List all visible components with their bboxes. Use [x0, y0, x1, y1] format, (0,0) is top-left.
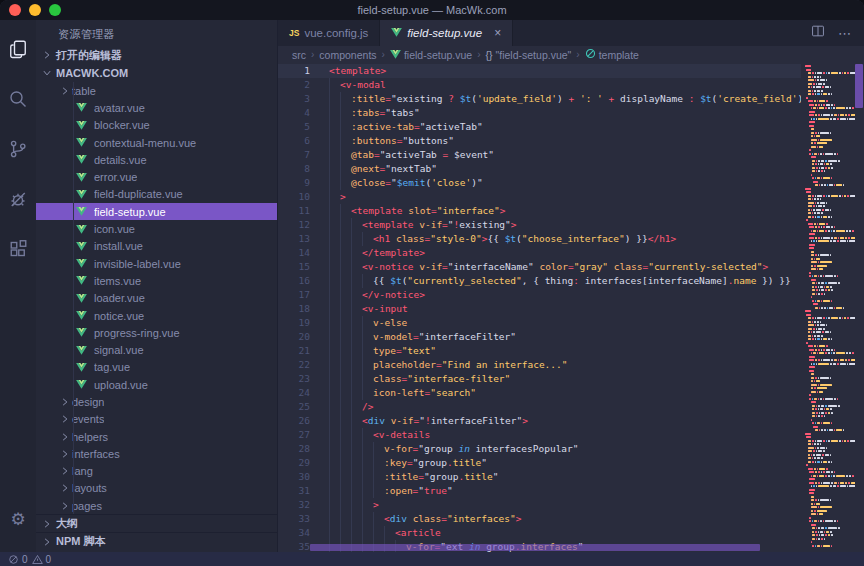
code-line-30[interactable]: 30:title="group.title"	[278, 470, 801, 484]
close-window-button[interactable]	[9, 4, 21, 16]
tree-item-upload.vue[interactable]: upload.vue	[36, 376, 277, 393]
code-line-32[interactable]: 32>	[278, 498, 801, 512]
code-line-25[interactable]: 25/>	[278, 400, 801, 414]
tree-item-tag.vue[interactable]: tag.vue	[36, 359, 277, 376]
code-line-11[interactable]: 11<template slot="interface">	[278, 204, 801, 218]
tree-item-table[interactable]: table	[36, 82, 277, 99]
vertical-scrollbar[interactable]	[855, 63, 864, 552]
file-name: tag.vue	[94, 361, 130, 373]
editor-tab-field-setup-vue[interactable]: field-setup.vue×	[380, 20, 513, 46]
code-line-19[interactable]: 19v-else	[278, 316, 801, 330]
tree-item-contextual-menu.vue[interactable]: contextual-menu.vue	[36, 134, 277, 151]
tree-item-notice.vue[interactable]: notice.vue	[36, 307, 277, 324]
chevron-right-icon	[58, 395, 72, 409]
code-line-3[interactable]: 3:title="existing ? $t('update_field') +…	[278, 92, 801, 106]
activity-item-explorer[interactable]	[0, 26, 36, 76]
code-line-1[interactable]: 1<template>	[278, 64, 801, 78]
workspace-root-section[interactable]: MACWK.COM	[36, 64, 277, 82]
code-line-6[interactable]: 6:buttons="buttons"	[278, 134, 801, 148]
code-line-24[interactable]: 24icon-left="search"	[278, 386, 801, 400]
code-line-20[interactable]: 20v-model="interfaceFilter"	[278, 330, 801, 344]
tree-item-layouts[interactable]: layouts	[36, 480, 277, 497]
minimize-window-button[interactable]	[29, 4, 41, 16]
code-line-2[interactable]: 2<v-modal	[278, 78, 801, 92]
code-line-34[interactable]: 34<article	[278, 526, 801, 540]
tree-item-error.vue[interactable]: error.vue	[36, 168, 277, 185]
code-line-12[interactable]: 12<template v-if="!existing">	[278, 218, 801, 232]
tree-item-events[interactable]: events	[36, 411, 277, 428]
chevron-right-icon	[58, 464, 72, 478]
tree-item-loader.vue[interactable]: loader.vue	[36, 290, 277, 307]
code-line-33[interactable]: 33<div class="interfaces">	[278, 512, 801, 526]
warning-status[interactable]: 0	[32, 554, 52, 565]
code-line-27[interactable]: 27<v-details	[278, 428, 801, 442]
code-line-7[interactable]: 7@tab="activeTab = $event"	[278, 148, 801, 162]
error-status[interactable]: 0	[8, 554, 28, 565]
code-line-28[interactable]: 28v-for="group in interfacesPopular"	[278, 442, 801, 456]
problems-status[interactable]: 0 0	[8, 554, 51, 565]
tree-item-install.vue[interactable]: install.vue	[36, 238, 277, 255]
code-line-22[interactable]: 22placeholder="Find an interface..."	[278, 358, 801, 372]
breadcrumb-item[interactable]: template	[585, 48, 639, 61]
outline-section[interactable]: 大纲	[36, 514, 277, 532]
breadcrumb-item[interactable]: components	[319, 49, 376, 61]
tree-item-design[interactable]: design	[36, 393, 277, 410]
split-editor-button[interactable]	[811, 24, 825, 42]
tree-item-field-setup.vue[interactable]: field-setup.vue	[36, 203, 277, 220]
code-line-23[interactable]: 23class="interface-filter"	[278, 372, 801, 386]
code-line-13[interactable]: 13<h1 class="style-0">{{ $t("choose_inte…	[278, 232, 801, 246]
tree-item-blocker.vue[interactable]: blocker.vue	[36, 117, 277, 134]
activity-item-extensions[interactable]	[0, 226, 36, 276]
line-number: 32	[278, 498, 329, 512]
code-line-17[interactable]: 17</v-notice>	[278, 288, 801, 302]
breadcrumb-item[interactable]: src	[292, 49, 306, 61]
npm-scripts-section[interactable]: NPM 脚本	[36, 532, 277, 550]
zoom-window-button[interactable]	[49, 4, 61, 16]
tree-item-avatar.vue[interactable]: avatar.vue	[36, 99, 277, 116]
activity-item-source-control[interactable]	[0, 126, 36, 176]
minimap[interactable]	[801, 63, 855, 552]
code-line-5[interactable]: 5:active-tab="activeTab"	[278, 120, 801, 134]
activity-item-debug[interactable]	[0, 176, 36, 226]
code-line-26[interactable]: 26<div v-if="!interfaceFilter">	[278, 414, 801, 428]
tree-item-progress-ring.vue[interactable]: progress-ring.vue	[36, 324, 277, 341]
code-line-29[interactable]: 29:key="group.title"	[278, 456, 801, 470]
close-tab-icon[interactable]: ×	[494, 26, 501, 40]
code-line-9[interactable]: 9@close="$emit('close')"	[278, 176, 801, 190]
chevron-right-icon	[58, 481, 72, 495]
tree-item-items.vue[interactable]: items.vue	[36, 272, 277, 289]
code-line-31[interactable]: 31:open="true"	[278, 484, 801, 498]
more-actions-button[interactable]: ⋯	[838, 26, 852, 41]
code-line-21[interactable]: 21type="text"	[278, 344, 801, 358]
code-line-8[interactable]: 8@next="nextTab"	[278, 162, 801, 176]
open-editors-section[interactable]: 打开的编辑器	[36, 46, 277, 64]
tree-item-pages[interactable]: pages	[36, 497, 277, 514]
code-line-18[interactable]: 18<v-input	[278, 302, 801, 316]
code-line-16[interactable]: 16{{ $t("currently_selected", { thing: i…	[278, 274, 801, 288]
tree-item-details.vue[interactable]: details.vue	[36, 151, 277, 168]
tree-item-field-duplicate.vue[interactable]: field-duplicate.vue	[36, 186, 277, 203]
editor-tab-vue-config-js[interactable]: JSvue.config.js	[278, 20, 380, 46]
breadcrumb-item[interactable]: {}"field-setup.vue"	[486, 49, 572, 61]
settings-button[interactable]: ⚙	[0, 494, 36, 544]
horizontal-scrollbar-thumb[interactable]	[310, 544, 760, 551]
line-number: 3	[278, 92, 329, 106]
tree-item-signal.vue[interactable]: signal.vue	[36, 341, 277, 358]
breadcrumb-item[interactable]: field-setup.vue	[390, 49, 472, 61]
vertical-scrollbar-thumb[interactable]	[855, 64, 863, 108]
chevron-right-icon	[40, 535, 54, 549]
code-line-4[interactable]: 4:tabs="tabs"	[278, 106, 801, 120]
code-editor[interactable]: 1<template>2<v-modal3:title="existing ? …	[278, 63, 801, 552]
code-line-15[interactable]: 15<v-notice v-if="interfaceName" color="…	[278, 260, 801, 274]
tree-item-interfaces[interactable]: interfaces	[36, 445, 277, 462]
activity-item-search[interactable]	[0, 76, 36, 126]
code-line-10[interactable]: 10>	[278, 190, 801, 204]
line-number: 2	[278, 78, 329, 92]
vue-file-icon	[76, 207, 89, 216]
file-name: loader.vue	[94, 292, 145, 304]
tree-item-icon.vue[interactable]: icon.vue	[36, 220, 277, 237]
tree-item-helpers[interactable]: helpers	[36, 428, 277, 445]
code-line-14[interactable]: 14</template>	[278, 246, 801, 260]
tree-item-invisible-label.vue[interactable]: invisible-label.vue	[36, 255, 277, 272]
tree-item-lang[interactable]: lang	[36, 463, 277, 480]
